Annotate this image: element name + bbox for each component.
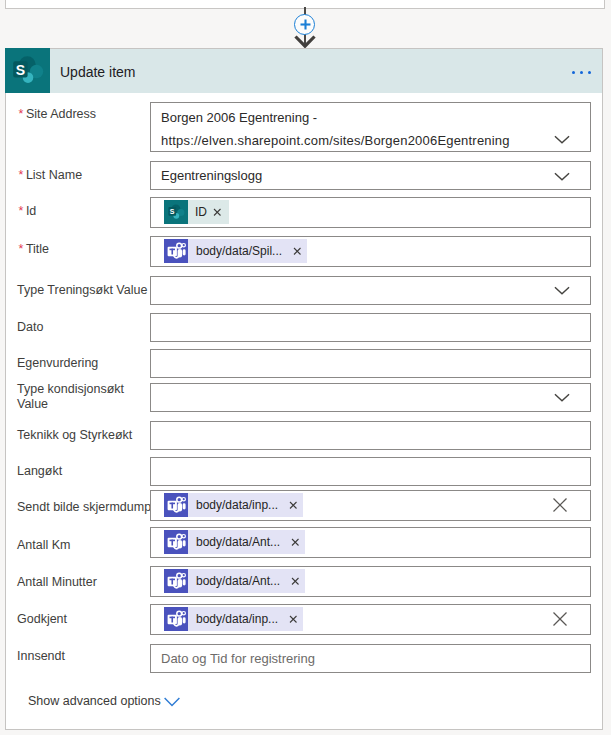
svg-text:S: S: [16, 62, 25, 78]
svg-text:S: S: [170, 208, 175, 215]
